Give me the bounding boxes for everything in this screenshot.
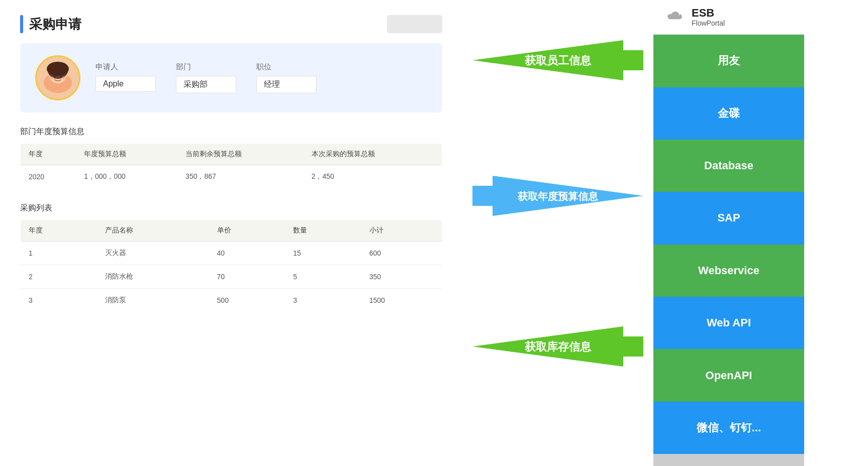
esb-footer	[653, 454, 804, 466]
budget-header-row: 年度 年度预算总额 当前剩余预算总额 本次采购的预算总额	[21, 144, 442, 165]
svg-text:获取库存信息: 获取库存信息	[525, 340, 592, 353]
form-title-bar: 采购申请	[20, 15, 81, 33]
esb-name: ESB	[692, 7, 725, 19]
proc-name: 消防泵	[97, 289, 209, 312]
proc-qty: 5	[285, 265, 361, 289]
budget-this-time: 2，450	[304, 165, 442, 189]
budget-total: 1，000，000	[76, 165, 177, 189]
proc-name: 消防水枪	[97, 265, 209, 289]
arrows-svg: 获取员工信息 获取年度预算信息 获取库存信息	[462, 0, 653, 466]
proc-price: 40	[209, 242, 285, 265]
budget-data-row: 2020 1，000，000 350，867 2，450	[21, 165, 442, 189]
form-title-row: 采购申请	[20, 15, 442, 33]
right-panel: ESB FlowPortal 用友金碟DatabaseSAPWebservice…	[653, 0, 804, 466]
budget-col-this: 本次采购的预算总额	[304, 144, 442, 165]
esb-item: Web API	[653, 297, 804, 349]
middle-panel: 获取员工信息 获取年度预算信息 获取库存信息	[462, 0, 653, 466]
position-value: 经理	[256, 76, 317, 93]
proc-subtotal: 600	[361, 242, 442, 265]
proc-col-no: 年度	[21, 220, 98, 242]
budget-remaining: 350，867	[177, 165, 304, 189]
avatar	[35, 55, 80, 100]
procurement-data-row: 1 灭火器 40 15 600	[21, 242, 442, 265]
budget-year: 2020	[21, 165, 76, 189]
esb-item: Webservice	[653, 245, 804, 297]
budget-col-remaining: 当前剩余预算总额	[177, 144, 304, 165]
budget-section-label: 部门年度预算信息	[20, 127, 442, 137]
arrow-bottom: 获取库存信息	[472, 326, 643, 367]
esb-item: SAP	[653, 192, 804, 244]
cloud-icon	[663, 9, 685, 25]
esb-title: ESB FlowPortal	[692, 7, 725, 27]
svg-point-4	[47, 62, 69, 76]
esb-header: ESB FlowPortal	[653, 0, 804, 35]
arrow-middle: 获取年度预算信息	[472, 176, 643, 216]
procurement-section: 采购列表 年度 产品名称 单价 数量 小计 1 灭火器 40 15 600 2 …	[20, 203, 442, 312]
svg-point-8	[61, 76, 66, 79]
position-label: 职位	[256, 62, 317, 72]
proc-no: 3	[21, 289, 98, 312]
proc-qty: 15	[285, 242, 361, 265]
proc-name: 灭火器	[97, 242, 209, 265]
procurement-table: 年度 产品名称 单价 数量 小计 1 灭火器 40 15 600 2 消防水枪 …	[20, 219, 442, 312]
proc-col-price: 单价	[209, 220, 285, 242]
budget-col-total: 年度预算总额	[76, 144, 177, 165]
proc-col-qty: 数量	[285, 220, 361, 242]
proc-col-name: 产品名称	[97, 220, 209, 242]
esb-item: OpenAPI	[653, 349, 804, 401]
procurement-section-label: 采购列表	[20, 203, 442, 213]
proc-qty: 3	[285, 289, 361, 312]
budget-col-year: 年度	[21, 144, 76, 165]
fields-row: 申请人 Apple 部门 采购部 职位 经理	[95, 62, 427, 93]
esb-item: 金碟	[653, 87, 804, 140]
esb-items-list: 用友金碟DatabaseSAPWebserviceWeb APIOpenAPI微…	[653, 35, 804, 454]
dept-value: 采购部	[176, 76, 236, 93]
svg-text:获取员工信息: 获取员工信息	[525, 54, 592, 67]
position-field-group: 职位 经理	[256, 62, 317, 93]
svg-text:获取年度预算信息: 获取年度预算信息	[518, 191, 599, 202]
esb-item: Database	[653, 140, 804, 192]
proc-no: 1	[21, 242, 98, 265]
left-panel: 采购申请 申请人 Apple	[0, 0, 462, 466]
svg-point-7	[49, 76, 54, 79]
proc-no: 2	[21, 265, 98, 289]
dept-label: 部门	[176, 62, 236, 72]
proc-subtotal: 1500	[361, 289, 442, 312]
applicant-value: Apple	[95, 76, 156, 92]
form-title: 采购申请	[29, 16, 81, 33]
applicant-label: 申请人	[95, 62, 156, 72]
esb-subtitle: FlowPortal	[692, 19, 725, 27]
applicant-field-group: 申请人 Apple	[95, 62, 156, 93]
arrow-top: 获取员工信息	[472, 40, 643, 80]
budget-table: 年度 年度预算总额 当前剩余预算总额 本次采购的预算总额 2020 1，000，…	[20, 143, 442, 189]
procurement-header-row: 年度 产品名称 单价 数量 小计	[21, 220, 442, 242]
dept-field-group: 部门 采购部	[176, 62, 236, 93]
applicant-section: 申请人 Apple 部门 采购部 职位 经理	[20, 43, 442, 112]
title-accent	[20, 15, 23, 33]
top-button[interactable]	[387, 15, 442, 33]
proc-col-subtotal: 小计	[361, 220, 442, 242]
proc-subtotal: 350	[361, 265, 442, 289]
esb-item: 用友	[653, 35, 804, 87]
procurement-data-row: 2 消防水枪 70 5 350	[21, 265, 442, 289]
procurement-data-row: 3 消防泵 500 3 1500	[21, 289, 442, 312]
proc-price: 70	[209, 265, 285, 289]
proc-price: 500	[209, 289, 285, 312]
esb-item: 微信、钉钉...	[653, 402, 804, 454]
budget-section: 部门年度预算信息 年度 年度预算总额 当前剩余预算总额 本次采购的预算总额 20…	[20, 127, 442, 189]
